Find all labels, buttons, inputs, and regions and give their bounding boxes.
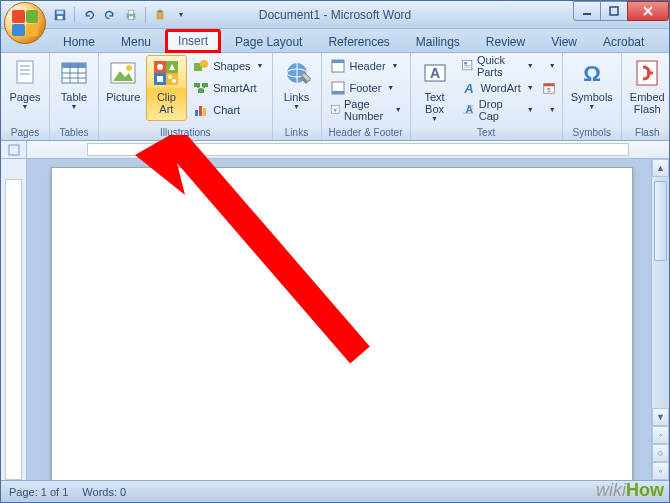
signature-icon (542, 58, 543, 74)
quick-parts-button[interactable]: Quick Parts ▼ (457, 55, 538, 76)
status-words[interactable]: Words: 0 (82, 486, 126, 498)
group-label: Symbols (567, 126, 617, 140)
chevron-down-icon: ▼ (257, 62, 264, 69)
status-page[interactable]: Page: 1 of 1 (9, 486, 68, 498)
tab-home[interactable]: Home (51, 31, 107, 53)
text-box-button[interactable]: A Text Box ▼ (415, 55, 455, 121)
pages-label: Pages (9, 91, 40, 103)
embed-flash-button[interactable]: Embed Flash (626, 55, 669, 121)
footer-icon (330, 80, 346, 96)
browse-object-button[interactable]: ○ (652, 444, 669, 462)
document-area[interactable] (27, 159, 651, 480)
minimize-button[interactable] (573, 1, 601, 21)
header-button[interactable]: Header ▼ (326, 55, 406, 76)
svg-point-31 (172, 79, 176, 83)
clip-art-button[interactable]: Clip Art (146, 55, 188, 121)
scroll-down-button[interactable]: ▼ (652, 408, 669, 426)
redo-icon (103, 8, 117, 22)
next-page-icon: ◦ (659, 466, 662, 476)
pages-button[interactable]: Pages ▼ (5, 55, 45, 121)
qat-dropdown-button[interactable]: ▾ (172, 6, 190, 24)
chevron-down-icon: ▼ (527, 62, 534, 69)
footer-label: Footer (350, 82, 382, 94)
tab-insert[interactable]: Insert (165, 29, 221, 53)
chart-button[interactable]: Chart (189, 99, 267, 120)
vertical-scrollbar[interactable]: ▲ ▼ ◦ ○ ◦ (651, 159, 669, 480)
ribbon-tabs: Home Menu Insert Page Layout References … (1, 29, 669, 53)
smartart-button[interactable]: SmartArt (189, 77, 267, 98)
chevron-up-icon: ▲ (656, 163, 665, 173)
group-label: Pages (5, 126, 45, 140)
maximize-button[interactable] (600, 1, 628, 21)
close-button[interactable] (627, 1, 669, 21)
tab-references[interactable]: References (316, 31, 401, 53)
tab-review[interactable]: Review (474, 31, 537, 53)
svg-rect-11 (20, 65, 30, 67)
vertical-ruler[interactable] (1, 159, 27, 480)
svg-point-22 (126, 65, 132, 71)
page-number-button[interactable]: # Page Number ▼ (326, 99, 406, 120)
tab-acrobat[interactable]: Acrobat (591, 31, 656, 53)
work-area: ▲ ▼ ◦ ○ ◦ (1, 159, 669, 480)
document-page[interactable] (51, 167, 633, 480)
group-flash: Embed Flash Flash (622, 53, 670, 140)
ruler-track[interactable] (27, 141, 669, 158)
svg-rect-2 (57, 15, 62, 19)
text-box-label: Text Box (419, 91, 451, 115)
object-button[interactable]: ▼ (540, 99, 558, 120)
ruler-toggle[interactable] (1, 141, 27, 159)
qat-paste-button[interactable] (151, 6, 169, 24)
qat-save-button[interactable] (51, 6, 69, 24)
maximize-icon (608, 6, 620, 16)
links-icon (281, 57, 313, 89)
tab-mailings[interactable]: Mailings (404, 31, 472, 53)
svg-rect-36 (198, 89, 204, 93)
footer-button[interactable]: Footer ▼ (326, 77, 406, 98)
office-button[interactable] (4, 2, 46, 44)
text-box-icon: A (419, 57, 451, 89)
group-symbols: Ω Symbols ▼ Symbols (563, 53, 622, 140)
tab-page-layout[interactable]: Page Layout (223, 31, 314, 53)
wordart-button[interactable]: A WordArt ▼ (457, 77, 538, 98)
svg-rect-4 (128, 10, 133, 14)
next-page-button[interactable]: ◦ (652, 462, 669, 480)
pages-icon (9, 57, 41, 89)
tab-menu[interactable]: Menu (109, 31, 163, 53)
symbols-icon: Ω (576, 57, 608, 89)
svg-rect-41 (203, 108, 206, 116)
flash-label: Embed Flash (630, 91, 665, 115)
undo-icon (82, 8, 96, 22)
svg-text:A: A (430, 65, 440, 81)
links-button[interactable]: Links ▼ (277, 55, 317, 121)
save-icon (53, 8, 67, 22)
quick-parts-icon (461, 58, 473, 74)
svg-rect-56 (464, 65, 470, 66)
scroll-thumb[interactable] (654, 181, 667, 261)
svg-rect-10 (17, 61, 33, 83)
svg-rect-12 (20, 69, 30, 71)
drop-cap-button[interactable]: A Drop Cap ▼ (457, 99, 538, 120)
signature-line-button[interactable]: ▼ (540, 55, 558, 76)
page-number-label: Page Number (344, 98, 389, 122)
prev-page-button[interactable]: ◦ (652, 426, 669, 444)
svg-rect-26 (166, 73, 178, 85)
picture-button[interactable]: Picture (103, 55, 144, 121)
qat-redo-button[interactable] (101, 6, 119, 24)
qat-print-button[interactable] (122, 6, 140, 24)
group-illustrations: Picture Clip Art Shapes ▼ SmartArt (99, 53, 273, 140)
scroll-track[interactable] (652, 177, 669, 408)
qat-undo-button[interactable] (80, 6, 98, 24)
chevron-down-icon: ▼ (71, 103, 78, 110)
svg-point-30 (168, 75, 172, 79)
date-time-button[interactable]: 5 (540, 77, 558, 98)
svg-rect-61 (469, 109, 473, 110)
svg-rect-47 (332, 60, 344, 63)
tab-view[interactable]: View (539, 31, 589, 53)
horizontal-ruler (1, 141, 669, 159)
clip-art-icon (150, 57, 182, 89)
table-button[interactable]: Table ▼ (54, 55, 94, 121)
scroll-up-button[interactable]: ▲ (652, 159, 669, 177)
group-pages: Pages ▼ Pages (1, 53, 50, 140)
shapes-button[interactable]: Shapes ▼ (189, 55, 267, 76)
symbols-button[interactable]: Ω Symbols ▼ (567, 55, 617, 121)
